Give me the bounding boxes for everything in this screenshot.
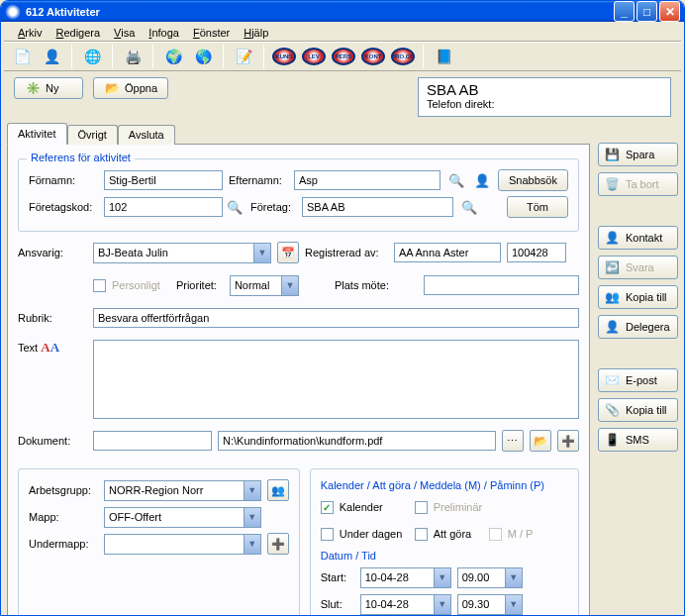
foretag-globe-icon[interactable]: 🌎 (191, 45, 215, 68)
kopia-till-button[interactable]: 👥Kopia till (598, 285, 678, 309)
tom-button[interactable]: Töm (507, 196, 568, 218)
menu-visa[interactable]: Visa (108, 25, 141, 41)
maximize-button[interactable]: □ (636, 1, 657, 22)
undermapp-combo[interactable]: ▼ (104, 534, 261, 555)
personligt-checkbox[interactable] (93, 279, 106, 292)
group-referens-title: Referens för aktivitet (27, 152, 135, 163)
note-icon[interactable]: 📝 (232, 45, 255, 68)
fornamn-input[interactable] (104, 170, 223, 190)
person-icon[interactable]: 👤 (472, 170, 492, 190)
search-foretag-icon[interactable]: 🔍 (459, 197, 479, 217)
chevron-down-icon: ▼ (505, 568, 522, 587)
plats-input[interactable] (424, 275, 579, 295)
text-area[interactable] (93, 340, 579, 419)
menu-fonster[interactable]: Fönster (187, 25, 236, 41)
minimize-button[interactable]: _ (614, 1, 635, 22)
foretagskod-input[interactable] (104, 197, 223, 217)
chevron-down-icon: ▼ (253, 244, 270, 262)
kalender-checkbox[interactable]: ✓ (321, 501, 334, 514)
epost-button[interactable]: ✉️E-post (598, 368, 678, 392)
search-person-icon[interactable]: 🔍 (446, 170, 466, 190)
preliminar-checkbox[interactable] (415, 501, 428, 514)
hdr-attgora[interactable]: Att göra (372, 479, 411, 491)
regnum-input[interactable] (507, 243, 566, 262)
roundel-pers[interactable]: PERS (332, 48, 355, 65)
ansvarig-value: BJ-Beata Julin (98, 247, 168, 258)
efternamn-input[interactable] (294, 170, 440, 190)
menu-redigera[interactable]: Redigera (49, 25, 106, 41)
menu-infoga[interactable]: Infoga (143, 25, 185, 41)
start-time-combo[interactable]: 09.00▼ (457, 567, 523, 588)
add-doc-button[interactable]: ➕ (557, 430, 579, 452)
kont-globe-icon[interactable]: 🌍 (161, 45, 185, 68)
spara-button[interactable]: 💾Spara (598, 143, 678, 166)
open-doc-button[interactable]: 📂 (530, 430, 551, 452)
menu-arkiv[interactable]: Arkiv (12, 25, 48, 41)
mapp-value: OFF-Offert (109, 511, 161, 523)
arbetsgrupp-add-button[interactable]: 👥 (267, 479, 289, 501)
dokument-short-input[interactable] (93, 431, 212, 451)
open-button[interactable]: 📂 Öppna (93, 77, 168, 99)
prioritet-combo[interactable]: Normal ▼ (230, 275, 299, 296)
hdr-meddela[interactable]: Meddela (M) (420, 479, 481, 491)
rubrik-input[interactable] (93, 308, 579, 328)
tab-aktivitet[interactable]: Aktivitet (7, 123, 67, 145)
info-line1: SBA AB (427, 81, 662, 98)
undermapp-add-button[interactable]: ➕ (267, 533, 289, 555)
delegate-icon: 👤 (605, 319, 621, 335)
chevron-down-icon: ▼ (281, 276, 298, 295)
menu-hjalp[interactable]: Hjälp (238, 25, 274, 41)
print-icon[interactable]: 🖨️ (121, 45, 145, 68)
attgora-chk-label: Att göra (434, 528, 483, 540)
delegera-button[interactable]: 👤Delegera (598, 315, 678, 339)
delete-icon: 🗑️ (605, 176, 621, 192)
start-date-combo[interactable]: 10-04-28▼ (360, 567, 451, 588)
start-label: Start: (321, 571, 354, 583)
sms-button[interactable]: 📱SMS (598, 428, 678, 452)
ansvarig-label: Ansvarig: (18, 247, 87, 258)
mapp-combo[interactable]: OFF-Offert ▼ (104, 507, 261, 528)
close-button[interactable]: ✕ (659, 1, 680, 22)
roundel-kund[interactable]: KUND (272, 48, 296, 65)
book-icon[interactable]: 📘 (432, 45, 455, 68)
svara-button: ↩️Svara (598, 256, 678, 279)
app-icon (5, 4, 21, 20)
new-button[interactable]: ✳️ Ny (14, 77, 83, 99)
foretag-input[interactable] (302, 197, 453, 217)
roundel-kont[interactable]: KONT (361, 48, 385, 65)
dokument-path-input[interactable] (218, 431, 496, 451)
roundel-progr[interactable]: PRO.GR (391, 48, 415, 65)
phone-icon: 📱 (605, 432, 621, 448)
search-kod-icon[interactable]: 🔍 (225, 197, 245, 217)
tab-ovrigt[interactable]: Övrigt (67, 125, 118, 145)
new-doc-icon[interactable]: 📄 (10, 45, 34, 68)
hdr-paminn[interactable]: Påminn (P) (490, 479, 544, 491)
panel-aktivitet: Referens för aktivitet Förnamn: Efternam… (7, 144, 590, 616)
tab-avsluta[interactable]: Avsluta (118, 125, 175, 145)
ansvarig-combo[interactable]: BJ-Beata Julin ▼ (93, 243, 271, 263)
kontakt-button[interactable]: 👤Kontakt (598, 226, 678, 250)
attgora-checkbox[interactable] (415, 528, 428, 541)
roundel-lev[interactable]: LEV (302, 48, 326, 65)
globe-icon[interactable]: 🌐 (80, 45, 104, 68)
snabbsok-button[interactable]: Snabbsök (498, 169, 568, 191)
hdr-kalender[interactable]: Kalender (321, 479, 364, 491)
registrerad-input[interactable] (394, 243, 501, 262)
efternamn-label: Efternamn: (229, 174, 288, 186)
chevron-down-icon: ▼ (244, 508, 260, 527)
arbetsgrupp-combo[interactable]: NORR-Region Norr ▼ (104, 480, 261, 501)
email-icon: ✉️ (605, 372, 621, 388)
calendar-picker-button[interactable]: 📅 (277, 242, 299, 263)
kopia-till-2-button[interactable]: 📎Kopia till (598, 398, 678, 422)
underdagen-checkbox[interactable] (321, 528, 334, 541)
group-referens: Referens för aktivitet Förnamn: Efternam… (18, 158, 579, 232)
new-star-icon: ✳️ (25, 80, 41, 96)
slut-date-combo[interactable]: 10-04-28▼ (360, 594, 451, 615)
slut-time-combo[interactable]: 09.30▼ (457, 594, 523, 615)
rubrik-label: Rubrik: (18, 312, 87, 324)
kalender-header: Kalender / Att göra / Meddela (M) / Påmi… (321, 479, 568, 491)
info-line2: Telefon direkt: (427, 98, 662, 110)
browse-button[interactable]: ⋯ (502, 430, 524, 452)
new-user-icon[interactable]: 👤 (40, 45, 63, 68)
text-label: Text AA (18, 340, 87, 356)
